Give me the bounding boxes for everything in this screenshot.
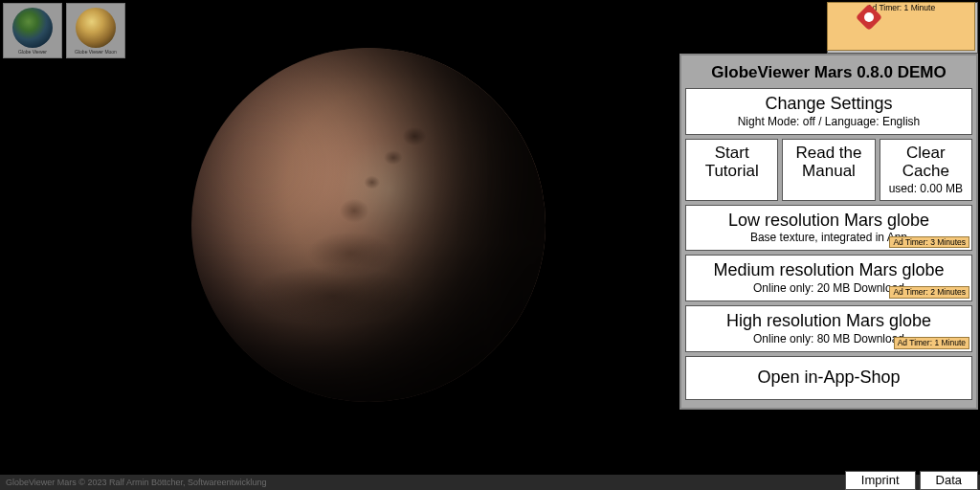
thumb-earth[interactable]: Globe Viewer	[3, 3, 62, 58]
promo-perseverance[interactable]: Ad Timer: 1 Minute MARS 2020 PERSEVERANC…	[827, 2, 978, 54]
thumb-caption: Globe Viewer Moon	[75, 50, 117, 55]
thumb-moon[interactable]: Globe Viewer Moon	[66, 3, 125, 58]
change-settings-button[interactable]: Change Settings Night Mode: off / Langua…	[685, 88, 972, 135]
mars2020-badge-icon	[857, 5, 881, 30]
copyright-text: GlobeViewer Mars © 2023 Ralf Armin Böttc…	[6, 478, 267, 487]
globe-switcher: Globe Viewer Globe Viewer Moon	[3, 3, 125, 58]
control-panel: GlobeViewer Mars 0.8.0 DEMO Change Setti…	[679, 54, 978, 410]
medium-res-globe-button[interactable]: Medium resolution Mars globe Online only…	[685, 255, 972, 301]
read-manual-button[interactable]: Read the Manual	[782, 139, 875, 201]
clear-cache-button[interactable]: Clear Cache used: 0.00 MB	[880, 139, 972, 201]
thumb-caption: Globe Viewer	[18, 50, 47, 55]
low-res-globe-button[interactable]: Low resolution Mars globe Base texture, …	[685, 205, 972, 252]
panel-title: GlobeViewer Mars 0.8.0 DEMO	[685, 59, 972, 88]
ad-timer-badge: Ad Timer: 1 Minute	[894, 337, 969, 349]
footer-bar: GlobeViewer Mars © 2023 Ralf Armin Böttc…	[0, 475, 980, 490]
data-button[interactable]: Data	[920, 471, 978, 490]
mars-globe[interactable]	[191, 48, 546, 402]
earth-icon	[12, 8, 53, 48]
ad-timer-badge: Ad Timer: 3 Minutes	[889, 236, 969, 249]
footer-buttons: Imprint Data	[845, 471, 978, 490]
imprint-button[interactable]: Imprint	[845, 471, 916, 490]
open-shop-button[interactable]: Open in-App-Shop	[685, 356, 972, 400]
high-res-globe-button[interactable]: High resolution Mars globe Online only: …	[685, 305, 972, 352]
ad-timer-badge: Ad Timer: 1 Minute	[827, 2, 975, 51]
ad-timer-badge: Ad Timer: 2 Minutes	[889, 286, 969, 299]
start-tutorial-button[interactable]: Start Tutorial	[685, 139, 778, 201]
moon-icon	[76, 8, 116, 48]
